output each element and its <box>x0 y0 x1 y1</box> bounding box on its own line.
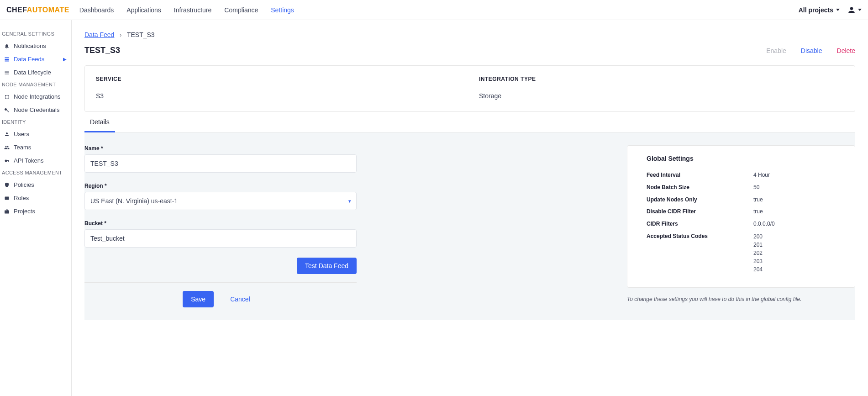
sidebar-group-title: ACCESS MANAGEMENT <box>0 167 71 178</box>
token-icon <box>4 158 10 164</box>
svg-rect-11 <box>7 160 9 161</box>
integration-type-value: Storage <box>479 92 844 100</box>
bell-icon <box>4 43 10 49</box>
breadcrumb: Data Feed › TEST_S3 <box>84 31 855 38</box>
region-label: Region * <box>84 183 357 189</box>
name-input[interactable] <box>84 154 357 173</box>
sidebar-item-data-lifecycle[interactable]: Data Lifecycle <box>0 66 71 79</box>
save-button[interactable]: Save <box>183 291 214 307</box>
enable-action: Enable <box>766 47 786 54</box>
bucket-input[interactable] <box>84 229 357 248</box>
global-setting-key: Update Nodes Only <box>647 196 753 204</box>
nav-dashboards[interactable]: Dashboards <box>79 6 114 14</box>
projects-selector[interactable]: All projects <box>799 6 840 14</box>
sidebar-item-label: Users <box>14 131 29 137</box>
projects-label: All projects <box>799 6 833 14</box>
sidebar-item-data-feeds[interactable]: Data Feeds▶ <box>0 53 71 66</box>
status-code: 203 <box>753 257 763 265</box>
sidebar-item-label: Node Integrations <box>14 93 61 100</box>
disable-action[interactable]: Disable <box>801 47 822 54</box>
name-label: Name * <box>84 145 357 152</box>
sidebar-item-policies[interactable]: Policies <box>0 178 71 191</box>
sidebar-item-label: Policies <box>14 181 34 188</box>
global-setting-row: Feed Interval4 Hour <box>647 171 823 179</box>
sidebar-item-label: Teams <box>14 144 31 151</box>
sidebar-item-node-credentials[interactable]: Node Credentials <box>0 103 71 116</box>
status-code: 200 <box>753 232 763 241</box>
sidebar-item-label: Data Lifecycle <box>14 69 51 76</box>
sidebar-item-roles[interactable]: Roles <box>0 191 71 205</box>
breadcrumb-current: TEST_S3 <box>127 31 155 38</box>
sidebar-item-teams[interactable]: Teams <box>0 141 71 154</box>
sidebar-item-label: API Tokens <box>14 157 44 164</box>
global-setting-key: Disable CIDR Filter <box>647 208 753 216</box>
status-code: 204 <box>753 265 763 274</box>
sidebar-item-label: Data Feeds <box>14 56 44 63</box>
nav-infrastructure[interactable]: Infrastructure <box>174 6 211 14</box>
global-setting-row: Update Nodes Onlytrue <box>647 196 823 204</box>
global-setting-value: 4 Hour <box>753 171 770 179</box>
global-settings-box: Global Settings Feed Interval4 HourNode … <box>627 145 855 288</box>
global-settings-title: Global Settings <box>647 155 823 162</box>
status-code: 201 <box>753 241 763 249</box>
svg-rect-13 <box>5 196 9 200</box>
status-code: 202 <box>753 249 763 257</box>
breadcrumb-root[interactable]: Data Feed <box>84 31 114 38</box>
sidebar-item-label: Projects <box>14 208 35 215</box>
chevron-down-icon <box>836 9 840 11</box>
key-icon <box>4 107 10 113</box>
svg-point-8 <box>5 98 6 99</box>
nav-applications[interactable]: Applications <box>126 6 161 14</box>
role-icon <box>4 195 10 201</box>
integrations-icon <box>4 94 10 100</box>
sidebar-group-title: GENERAL SETTINGS <box>0 28 71 39</box>
sidebar-item-users[interactable]: Users <box>0 127 71 141</box>
user-menu[interactable] <box>847 5 862 15</box>
global-settings-footnote: To change these settings you will have t… <box>627 296 855 302</box>
cancel-button[interactable]: Cancel <box>222 291 258 307</box>
project-icon <box>4 209 10 214</box>
lifecycle-icon <box>4 70 10 75</box>
sidebar-item-api-tokens[interactable]: API Tokens <box>0 154 71 167</box>
logo: CHEFAUTOMATE <box>6 6 69 14</box>
svg-point-9 <box>8 98 9 99</box>
service-value: S3 <box>96 92 461 100</box>
chevron-right-icon: ▶ <box>63 57 67 62</box>
global-setting-row: CIDR Filters0.0.0.0/0 <box>647 220 823 228</box>
svg-rect-0 <box>5 57 9 58</box>
global-setting-key: Feed Interval <box>647 171 753 179</box>
sidebar-item-projects[interactable]: Projects <box>0 205 71 218</box>
sidebar-item-notifications[interactable]: Notifications <box>0 39 71 53</box>
tab-details[interactable]: Details <box>84 112 115 132</box>
global-setting-value: true <box>753 196 763 204</box>
region-select[interactable] <box>84 192 357 210</box>
user-icon <box>847 5 856 15</box>
sidebar-item-label: Roles <box>14 195 29 201</box>
sidebar-item-node-integrations[interactable]: Node Integrations <box>0 90 71 103</box>
chevron-down-icon <box>858 9 862 11</box>
global-setting-row: Disable CIDR Filtertrue <box>647 208 823 216</box>
global-setting-key: Node Batch Size <box>647 184 753 191</box>
page-title: TEST_S3 <box>84 46 120 55</box>
svg-rect-1 <box>5 59 9 60</box>
global-setting-row: Node Batch Size50 <box>647 184 823 191</box>
global-setting-value: true <box>753 208 763 216</box>
sidebar-item-label: Node Credentials <box>14 106 59 113</box>
nav-settings[interactable]: Settings <box>271 6 294 14</box>
test-data-feed-button[interactable]: Test Data Feed <box>297 258 357 274</box>
global-setting-value: 0.0.0.0/0 <box>753 220 775 228</box>
divider <box>84 282 357 283</box>
sidebar-group-title: IDENTITY <box>0 116 71 127</box>
svg-point-7 <box>8 95 9 96</box>
delete-action[interactable]: Delete <box>837 47 855 54</box>
feed-icon <box>4 57 10 62</box>
info-box: SERVICE S3 INTEGRATION TYPE Storage <box>84 65 855 112</box>
service-label: SERVICE <box>96 76 461 82</box>
svg-point-10 <box>5 159 7 162</box>
svg-point-6 <box>5 95 6 96</box>
chevron-right-icon: › <box>120 32 121 38</box>
bucket-label: Bucket * <box>84 220 357 227</box>
global-setting-value: 50 <box>753 184 759 191</box>
global-setting-key: CIDR Filters <box>647 220 753 228</box>
nav-compliance[interactable]: Compliance <box>224 6 258 14</box>
